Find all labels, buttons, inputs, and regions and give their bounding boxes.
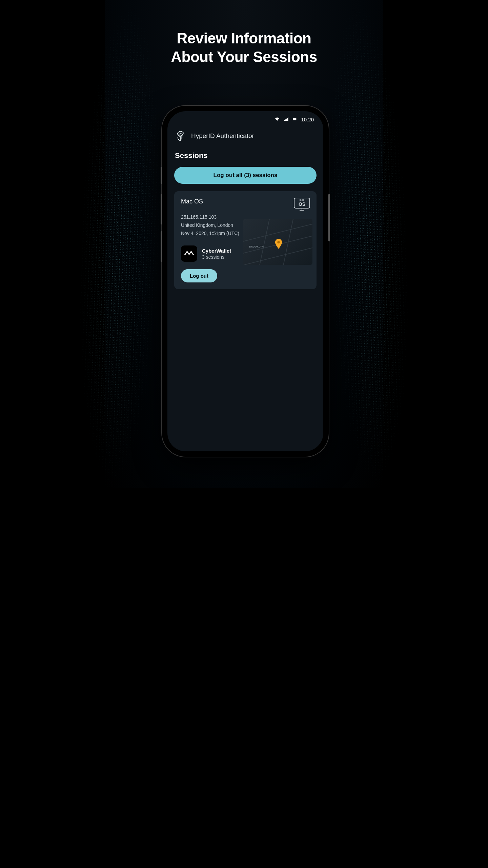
- app-header: HyperID Authenticator: [167, 125, 323, 144]
- svg-rect-0: [293, 118, 296, 120]
- phone-side-button: [161, 167, 162, 184]
- map-area-label: BROOKLYN: [249, 245, 264, 248]
- logout-button[interactable]: Log out: [181, 269, 217, 282]
- bg-wave-left: [69, 0, 171, 491]
- phone-volume-down: [161, 231, 162, 262]
- phone-screen: 10:20 HyperID Authenticator Se: [167, 111, 323, 451]
- wallet-name: CyberWallet: [202, 248, 231, 254]
- battery-icon: [292, 116, 298, 123]
- wallet-session-count: 3 sessions: [202, 254, 231, 260]
- macos-icon: mac OS: [293, 197, 311, 212]
- svg-rect-1: [297, 118, 297, 119]
- app-title: HyperID Authenticator: [191, 132, 254, 140]
- section-title: Sessions: [167, 144, 323, 164]
- session-map[interactable]: BROOKLYN: [243, 219, 312, 265]
- os-badge-small: mac: [293, 199, 311, 201]
- fingerprint-icon: [175, 130, 186, 142]
- phone-volume-up: [161, 194, 162, 224]
- marketing-headline: Review Information About Your Sessions: [105, 29, 383, 66]
- logout-all-button[interactable]: Log out all (3) sessions: [174, 167, 317, 184]
- phone-frame: 10:20 HyperID Authenticator Se: [162, 106, 329, 457]
- wifi-icon: [274, 116, 280, 123]
- phone-power-button: [328, 194, 330, 241]
- status-bar: 10:20: [167, 113, 323, 125]
- bg-wave-right: [317, 0, 419, 491]
- cellular-icon: [283, 116, 289, 123]
- headline-line-2: About Your Sessions: [171, 48, 317, 65]
- session-card: Mac OS mac OS 251.165.115.103: [174, 191, 317, 289]
- map-pin-icon: [275, 239, 282, 249]
- status-time: 10:20: [301, 117, 314, 122]
- headline-line-1: Review Information: [177, 30, 311, 46]
- svg-point-5: [277, 241, 280, 243]
- session-os: Mac OS: [181, 198, 310, 205]
- wallet-icon: [181, 245, 197, 262]
- os-badge-big: OS: [293, 201, 311, 207]
